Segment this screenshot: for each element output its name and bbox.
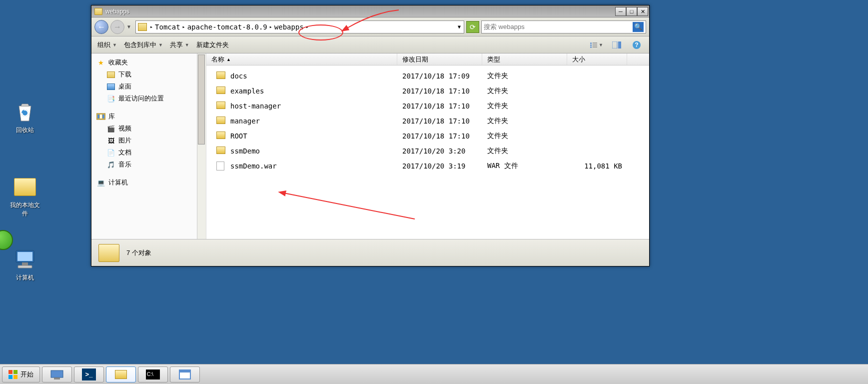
nav-back-button[interactable]: ← bbox=[94, 20, 108, 34]
view-options-button[interactable]: ▼ bbox=[590, 40, 603, 50]
sidebar-item-recent[interactable]: 📑 最近访问的位置 bbox=[91, 92, 206, 104]
documents-icon: 📄 bbox=[106, 148, 115, 156]
taskbar-item-window[interactable] bbox=[170, 366, 200, 382]
file-size: 11,081 KB bbox=[572, 162, 632, 170]
maximize-button[interactable]: □ bbox=[626, 7, 637, 16]
folder-icon bbox=[138, 23, 147, 31]
svg-rect-7 bbox=[593, 42, 597, 44]
svg-rect-10 bbox=[590, 46, 592, 48]
sidebar-item-downloads[interactable]: 下载 bbox=[91, 68, 206, 80]
column-header-modified[interactable]: 修改日期 bbox=[397, 54, 482, 65]
refresh-button[interactable]: ⟳ bbox=[466, 21, 479, 33]
sidebar-item-desktop[interactable]: 桌面 bbox=[91, 80, 206, 92]
close-button[interactable]: ✕ bbox=[637, 7, 648, 16]
start-button[interactable]: 开始 bbox=[2, 366, 40, 382]
computer-icon bbox=[13, 248, 37, 272]
taskbar: 开始 >_ C:\ bbox=[0, 364, 868, 384]
svg-rect-20 bbox=[51, 370, 63, 378]
folder-icon bbox=[13, 175, 37, 199]
preview-pane-button[interactable] bbox=[610, 40, 623, 50]
new-folder-button[interactable]: 新建文件夹 bbox=[196, 40, 229, 50]
sidebar-group-libraries[interactable]: 库 bbox=[91, 110, 206, 122]
file-type: WAR 文件 bbox=[487, 162, 572, 170]
sidebar-item-documents[interactable]: 📄 文档 bbox=[91, 146, 206, 158]
svg-rect-23 bbox=[179, 370, 190, 372]
file-date: 2017/10/18 17:10 bbox=[402, 117, 487, 125]
desktop-icon-my-local-files[interactable]: 我的本地文 件 bbox=[5, 175, 45, 218]
svg-rect-13 bbox=[618, 42, 621, 48]
explorer-window: webapps ─ □ ✕ ← → ▼ ▸ Tomcat ▸ apache-to… bbox=[91, 5, 650, 266]
share-button[interactable]: 共享 ▼ bbox=[170, 40, 189, 50]
chevron-down-icon: ▼ bbox=[158, 42, 163, 48]
svg-rect-19 bbox=[102, 114, 104, 118]
file-name: docs bbox=[230, 72, 402, 80]
chevron-down-icon[interactable]: ▼ bbox=[458, 24, 463, 30]
minimize-button[interactable]: ─ bbox=[615, 7, 626, 16]
chevron-right-icon[interactable]: ▸ bbox=[149, 24, 154, 30]
windows-logo-icon bbox=[8, 370, 17, 379]
sidebar-scrollbar[interactable] bbox=[197, 54, 206, 239]
window-titlebar[interactable]: webapps ─ □ ✕ bbox=[91, 6, 649, 18]
file-type: 文件夹 bbox=[487, 116, 572, 126]
breadcrumb[interactable]: ▸ Tomcat ▸ apache-tomcat-8.0.9 ▸ webapps… bbox=[135, 20, 464, 34]
taskbar-item-cmd[interactable]: C:\ bbox=[138, 366, 168, 382]
svg-rect-21 bbox=[54, 378, 60, 380]
taskbar-item-explorer[interactable] bbox=[106, 366, 136, 382]
folder-icon bbox=[216, 116, 226, 126]
folder-icon bbox=[115, 370, 127, 379]
file-type: 文件夹 bbox=[487, 132, 572, 140]
organize-button[interactable]: 组织 ▼ bbox=[97, 40, 117, 50]
sidebar-group-computer[interactable]: 💻 计算机 bbox=[91, 176, 206, 188]
svg-rect-11 bbox=[593, 46, 597, 48]
column-header-size[interactable]: 大小 bbox=[567, 54, 627, 65]
cmd-icon: C:\ bbox=[146, 370, 160, 380]
file-row[interactable]: docs2017/10/18 17:09文件夹 bbox=[206, 68, 649, 84]
taskbar-item-server-manager[interactable] bbox=[42, 366, 72, 382]
help-button[interactable]: ? bbox=[630, 40, 643, 50]
powershell-icon: >_ bbox=[82, 368, 96, 380]
folder-icon bbox=[216, 146, 226, 156]
sidebar-group-favorites[interactable]: ★ 收藏夹 bbox=[91, 56, 206, 68]
svg-text:?: ? bbox=[635, 42, 638, 48]
file-name: examples bbox=[230, 87, 402, 95]
nav-forward-button[interactable]: → bbox=[110, 20, 124, 34]
file-row[interactable]: ssmDemo2017/10/20 3:20文件夹 bbox=[206, 144, 649, 158]
sidebar-item-music[interactable]: 🎵 音乐 bbox=[91, 158, 206, 170]
downloads-icon bbox=[106, 70, 115, 78]
chevron-right-icon[interactable]: ▸ bbox=[305, 24, 310, 30]
search-box[interactable]: 🔍 bbox=[481, 20, 646, 34]
folder-icon bbox=[98, 244, 119, 262]
scrollbar-thumb[interactable] bbox=[198, 54, 205, 144]
file-date: 2017/10/20 3:20 bbox=[402, 147, 487, 155]
file-name: manager bbox=[230, 117, 402, 125]
file-row[interactable]: ROOT2017/10/18 17:10文件夹 bbox=[206, 128, 649, 144]
desktop-icon-recycle-bin[interactable]: 回收站 bbox=[5, 100, 45, 134]
file-name: host-manager bbox=[230, 102, 402, 110]
search-button[interactable]: 🔍 bbox=[633, 22, 644, 32]
file-type: 文件夹 bbox=[487, 146, 572, 156]
nav-history-dropdown[interactable]: ▼ bbox=[126, 24, 133, 30]
breadcrumb-segment[interactable]: webapps bbox=[273, 23, 305, 31]
include-in-library-button[interactable]: 包含到库中 ▼ bbox=[124, 40, 163, 50]
file-row[interactable]: host-manager2017/10/18 17:10文件夹 bbox=[206, 98, 649, 114]
desktop-icon-computer[interactable]: 计算机 bbox=[5, 248, 45, 282]
file-row[interactable]: examples2017/10/18 17:10文件夹 bbox=[206, 84, 649, 98]
taskbar-item-powershell[interactable]: >_ bbox=[74, 366, 104, 382]
column-header-name[interactable]: 名称 ▲ bbox=[206, 54, 397, 65]
search-input[interactable] bbox=[484, 23, 633, 30]
column-header-type[interactable]: 类型 bbox=[482, 54, 567, 65]
folder-icon bbox=[216, 132, 226, 140]
sidebar-item-pictures[interactable]: 🖼 图片 bbox=[91, 134, 206, 146]
breadcrumb-segment[interactable]: apache-tomcat-8.0.9 bbox=[186, 23, 268, 31]
chevron-down-icon: ▼ bbox=[185, 42, 189, 48]
sidebar-item-videos[interactable]: 🎬 视频 bbox=[91, 122, 206, 134]
file-type: 文件夹 bbox=[487, 102, 572, 110]
window-title: webapps bbox=[105, 8, 615, 15]
file-row[interactable]: ssmDemo.war2017/10/20 3:19WAR 文件11,081 K… bbox=[206, 158, 649, 174]
svg-rect-18 bbox=[100, 114, 102, 118]
breadcrumb-segment[interactable]: Tomcat bbox=[154, 23, 181, 31]
file-row[interactable]: manager2017/10/18 17:10文件夹 bbox=[206, 114, 649, 128]
chevron-right-icon[interactable]: ▸ bbox=[268, 24, 273, 30]
chevron-right-icon[interactable]: ▸ bbox=[181, 24, 186, 30]
file-date: 2017/10/18 17:10 bbox=[402, 132, 487, 140]
